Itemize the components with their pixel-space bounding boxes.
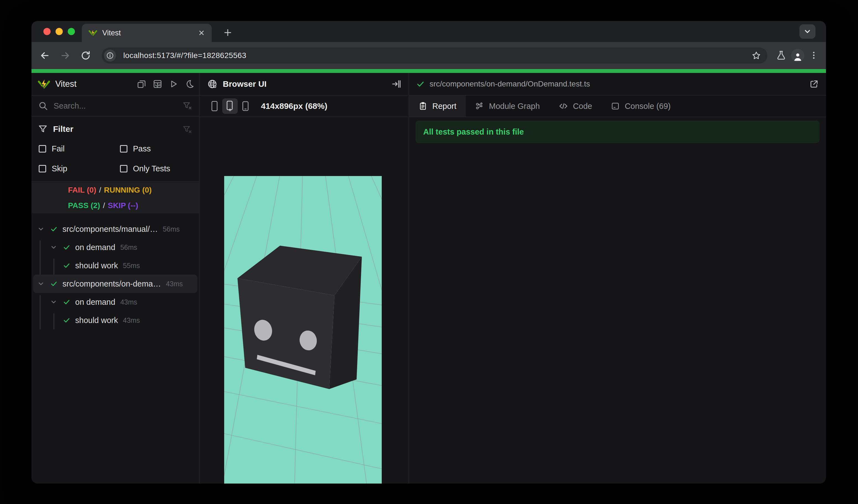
filter-title: Filter — [53, 124, 73, 134]
reload-button[interactable] — [79, 49, 92, 62]
sidebar-title: Vitest — [55, 79, 77, 89]
device-toolbar: 414x896px (68%) — [200, 96, 408, 117]
pass-check-icon — [63, 298, 70, 306]
browser-window: Vitest — [32, 21, 826, 484]
vitest-logo-icon — [37, 78, 50, 91]
report-clipboard-icon — [418, 102, 427, 111]
site-info-icon[interactable] — [104, 49, 116, 62]
viewport-size-label: 414x896px (68%) — [261, 101, 327, 111]
tab-module-graph[interactable]: Module Graph — [466, 96, 549, 117]
pass-check-icon — [63, 243, 70, 251]
dashboard-icon[interactable] — [153, 79, 162, 89]
collapse-panels-icon[interactable] — [137, 79, 146, 89]
clear-filter-icon[interactable] — [182, 101, 192, 111]
browser-tab-vitest[interactable]: Vitest — [82, 24, 212, 42]
test-suite-row[interactable]: on demand 56ms — [32, 238, 199, 256]
running-count: RUNNING (0) — [104, 186, 152, 194]
robot-cube-scene — [224, 176, 382, 484]
back-button[interactable] — [38, 49, 51, 62]
test-file-row[interactable]: src/components/manual/… 56ms — [32, 220, 199, 238]
console-icon — [611, 102, 620, 111]
search-input[interactable] — [54, 101, 182, 111]
status-summary-row-2: PASS (2)/SKIP (--) — [32, 198, 199, 213]
forward-button[interactable] — [59, 49, 72, 62]
maximize-window-button[interactable] — [68, 28, 75, 35]
chevron-down-icon[interactable] — [50, 298, 58, 306]
browser-ui-title: Browser UI — [223, 79, 267, 89]
tab-code[interactable]: Code — [549, 96, 602, 117]
chevron-down-icon[interactable] — [37, 226, 45, 233]
chevron-down-icon[interactable] — [37, 280, 45, 287]
report-file-header: src/components/on-demand/OnDemand.test.t… — [409, 73, 826, 95]
chevron-down-icon[interactable] — [50, 244, 58, 251]
test-case-row[interactable]: should work 55ms — [32, 256, 199, 275]
tab-search-chevron-button[interactable] — [799, 24, 815, 39]
experiments-flask-icon[interactable] — [775, 49, 787, 61]
checkbox-box[interactable] — [120, 145, 127, 152]
search-icon — [38, 101, 48, 111]
clear-filter-icon-dim[interactable] — [182, 125, 192, 134]
open-external-icon[interactable] — [809, 79, 819, 89]
checkbox-box[interactable] — [120, 165, 127, 173]
browser-ui-panel: Browser UI 414x896px ( — [200, 73, 408, 484]
test-file-path: src/components/on-demand/OnDemand.test.t… — [430, 80, 590, 88]
report-tabs: Report Module Graph Code — [409, 96, 826, 117]
checkbox-only-tests[interactable]: Only Tests — [120, 164, 170, 173]
tab-title: Vitest — [102, 29, 197, 37]
vitest-progress-bar — [32, 69, 826, 73]
fail-count: FAIL (0) — [68, 186, 96, 194]
checkbox-fail[interactable]: Fail — [39, 144, 65, 153]
skip-count: SKIP (--) — [108, 201, 138, 210]
all-tests-passed-banner: All tests passed in this file — [416, 121, 819, 143]
minimize-window-button[interactable] — [55, 28, 63, 35]
module-graph-icon — [475, 102, 484, 111]
browser-menu-icon[interactable] — [808, 49, 820, 61]
test-viewport-canvas[interactable] — [224, 176, 382, 484]
browser-toolbar: localhost:5173/#/?file=1828625563 — [32, 42, 826, 69]
bookmark-star-icon[interactable] — [751, 50, 762, 61]
code-icon — [559, 101, 568, 111]
test-file-row-selected[interactable]: src/components/on-dema… 43ms — [32, 275, 199, 293]
pass-count: PASS (2) — [68, 201, 100, 210]
device-tablet-icon[interactable] — [238, 98, 253, 114]
robot-cube — [237, 246, 362, 389]
tab-report[interactable]: Report — [409, 96, 466, 117]
tab-strip: Vitest — [32, 21, 826, 42]
browser-ui-header: Browser UI — [200, 73, 408, 95]
test-explorer-sidebar: Vitest — [32, 73, 199, 484]
device-mobile-icon[interactable] — [207, 98, 222, 114]
report-panel: src/components/on-demand/OnDemand.test.t… — [409, 73, 826, 484]
filter-section: Filter Fail Pass Skip Only Tests — [32, 117, 199, 181]
test-suite-row[interactable]: on demand 43ms — [32, 293, 199, 311]
url-text[interactable]: localhost:5173/#/?file=1828625563 — [123, 51, 751, 60]
tab-close-icon[interactable] — [197, 29, 206, 37]
pass-check-icon — [63, 262, 70, 270]
checkbox-box[interactable] — [39, 165, 46, 173]
test-case-row[interactable]: should work 43ms — [32, 311, 199, 329]
expand-panel-icon[interactable] — [392, 79, 401, 89]
pass-check-icon — [50, 280, 58, 288]
search-row — [32, 96, 199, 116]
tab-console[interactable]: Console (69) — [602, 96, 680, 117]
desktop-background: Vitest — [0, 0, 858, 504]
checkbox-box[interactable] — [39, 145, 46, 152]
pass-check-icon — [50, 225, 58, 233]
dark-mode-toggle-icon[interactable] — [185, 79, 195, 89]
filter-funnel-icon — [38, 124, 48, 134]
status-summary-row-1: FAIL (0)/RUNNING (0) — [32, 182, 199, 198]
checkbox-pass[interactable]: Pass — [120, 144, 150, 153]
pass-check-icon — [63, 316, 70, 324]
sidebar-header: Vitest — [32, 73, 199, 95]
banner-text: All tests passed in this file — [423, 127, 524, 136]
vitest-favicon-icon — [89, 29, 97, 37]
address-bar[interactable]: localhost:5173/#/?file=1828625563 — [102, 48, 767, 64]
run-all-icon[interactable] — [169, 79, 178, 89]
globe-icon — [207, 79, 217, 89]
checkbox-skip[interactable]: Skip — [39, 164, 67, 173]
pass-check-icon — [416, 80, 425, 88]
vitest-ui-page: Vitest — [32, 73, 826, 484]
close-window-button[interactable] — [43, 28, 51, 35]
device-mobile-plus-icon[interactable] — [222, 98, 238, 114]
profile-avatar[interactable] — [791, 49, 804, 62]
new-tab-button[interactable] — [222, 27, 233, 38]
